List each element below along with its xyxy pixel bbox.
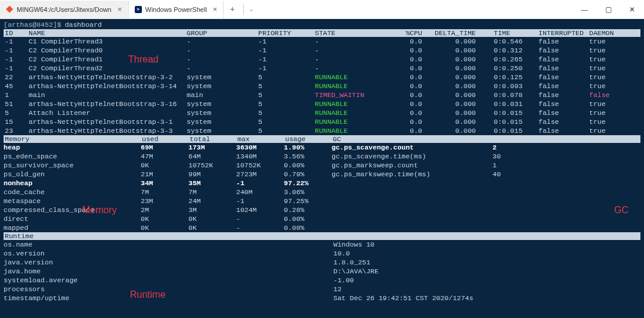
col-max: max bbox=[237, 135, 285, 143]
mem-total: 24M bbox=[188, 197, 236, 205]
mem-name: ps_old_gen bbox=[4, 170, 141, 179]
thread-daemon: true bbox=[583, 55, 619, 64]
gc-value: 2 bbox=[493, 143, 522, 152]
close-button[interactable]: ✕ bbox=[620, 1, 644, 18]
thread-group: - bbox=[187, 55, 258, 64]
memory-row: heap69M173M3630M1.90%gc.ps_scavenge.coun… bbox=[4, 143, 640, 152]
thread-id: 1 bbox=[5, 91, 29, 99]
mem-name: compressed_class_space bbox=[4, 205, 141, 214]
thread-delta: 0.000 bbox=[422, 37, 476, 46]
mem-usage: 0.79% bbox=[284, 170, 332, 179]
dropdown-icon[interactable]: ⌄ bbox=[246, 6, 256, 13]
thread-group: system bbox=[187, 73, 258, 82]
col-gc: GC bbox=[333, 135, 452, 143]
col-daemon: DAEMON bbox=[583, 29, 619, 37]
runtime-key: timestamp/uptime bbox=[4, 294, 333, 303]
thread-id: 23 bbox=[5, 126, 29, 135]
thread-state: RUNNABLE bbox=[315, 108, 369, 117]
gc-label bbox=[332, 223, 493, 232]
thread-interrupted: false bbox=[527, 126, 583, 135]
mem-used: 0K bbox=[141, 223, 188, 232]
divider bbox=[243, 4, 244, 15]
mem-used: 0K bbox=[141, 214, 188, 223]
thread-row: -1C1 CompilerThread3--1-0.00.0000:0.546f… bbox=[4, 37, 640, 46]
col-total: total bbox=[190, 135, 237, 143]
mem-usage: 97.22% bbox=[284, 179, 332, 188]
maximize-button[interactable]: ▢ bbox=[596, 1, 620, 18]
thread-time: 0:0.125 bbox=[476, 73, 527, 82]
thread-delta: 0.000 bbox=[422, 91, 476, 99]
mem-usage: 0.00% bbox=[284, 223, 332, 232]
thread-delta: 0.000 bbox=[422, 99, 476, 108]
thread-daemon: true bbox=[583, 64, 619, 73]
mem-max: 10752K bbox=[236, 161, 284, 170]
mem-name: mapped bbox=[4, 223, 141, 232]
thread-priority: 5 bbox=[258, 73, 315, 82]
tab-git[interactable]: MINGW64:/c/Users/Jitwxs/Down × bbox=[0, 1, 129, 18]
memory-row: mapped0K0K-0.00% bbox=[4, 223, 640, 232]
thread-group: system bbox=[187, 82, 258, 91]
thread-daemon: true bbox=[583, 126, 619, 135]
thread-cpu: 0.0 bbox=[369, 46, 422, 55]
gc-label: gc.ps_marksweep.time(ms) bbox=[332, 170, 493, 179]
runtime-key: java.home bbox=[4, 267, 333, 276]
mem-max: 1024M bbox=[236, 205, 284, 214]
thread-id: -1 bbox=[5, 37, 29, 46]
thread-row: 45arthas-NettyHttpTelnetBootstrap-3-14sy… bbox=[4, 82, 640, 91]
close-icon[interactable]: × bbox=[117, 5, 122, 14]
thread-cpu: 0.0 bbox=[369, 126, 422, 135]
gc-label: gc.ps_scavenge.time(ms) bbox=[332, 152, 493, 161]
new-tab-button[interactable]: + bbox=[224, 5, 240, 14]
gc-label bbox=[332, 214, 493, 223]
memory-row: ps_survivor_space0K10752K10752K0.00%gc.p… bbox=[4, 161, 640, 170]
thread-name: arthas-NettyHttpTelnetBootstrap-3-16 bbox=[29, 99, 187, 108]
col-group: GROUP bbox=[187, 29, 258, 37]
col-delta: DELTA_TIME bbox=[422, 29, 476, 37]
thread-state: RUNNABLE bbox=[315, 99, 369, 108]
thread-id: 45 bbox=[5, 82, 29, 91]
terminal[interactable]: [arthas@8452]$ dashboard ID NAME GROUP P… bbox=[0, 19, 644, 304]
col-usage: usage bbox=[285, 135, 333, 143]
gc-label bbox=[332, 205, 493, 214]
thread-delta: 0.000 bbox=[422, 108, 476, 117]
runtime-table: os.nameWindows 10os.version10.0java.vers… bbox=[4, 240, 640, 303]
thread-group: system bbox=[187, 108, 258, 117]
thread-id: 5 bbox=[5, 108, 29, 117]
thread-cpu: 0.0 bbox=[369, 73, 422, 82]
thread-state: RUNNABLE bbox=[315, 117, 369, 126]
minimize-button[interactable]: — bbox=[572, 1, 596, 18]
thread-priority: -1 bbox=[258, 37, 315, 46]
thread-interrupted: false bbox=[527, 64, 583, 73]
col-id: ID bbox=[5, 29, 29, 37]
gc-value: 1 bbox=[493, 161, 522, 170]
tab-label: MINGW64:/c/Users/Jitwxs/Down bbox=[17, 6, 112, 13]
thread-time: 0:0.250 bbox=[476, 64, 527, 73]
prompt-line: [arthas@8452]$ dashboard bbox=[4, 20, 640, 29]
thread-row: 22arthas-NettyHttpTelnetBootstrap-3-2sys… bbox=[4, 73, 640, 82]
runtime-value: Windows 10 bbox=[333, 240, 640, 249]
mem-total: 0K bbox=[188, 223, 236, 232]
thread-delta: 0.000 bbox=[422, 46, 476, 55]
thread-time: 0:0.015 bbox=[476, 117, 527, 126]
thread-row: 51arthas-NettyHttpTelnetBootstrap-3-16sy… bbox=[4, 99, 640, 108]
thread-daemon: true bbox=[583, 73, 619, 82]
thread-id: -1 bbox=[5, 64, 29, 73]
thread-name: C2 CompilerThread0 bbox=[29, 46, 187, 55]
runtime-key: os.version bbox=[4, 249, 333, 258]
thread-cpu: 0.0 bbox=[369, 108, 422, 117]
thread-cpu: 0.0 bbox=[369, 64, 422, 73]
thread-name: C2 CompilerThread2 bbox=[29, 64, 187, 73]
thread-name: C1 CompilerThread3 bbox=[29, 37, 187, 46]
thread-state: RUNNABLE bbox=[315, 82, 369, 91]
thread-cpu: 0.0 bbox=[369, 82, 422, 91]
gc-label: gc.ps_scavenge.count bbox=[332, 143, 493, 152]
mem-name: direct bbox=[4, 214, 141, 223]
mem-name: nonheap bbox=[4, 179, 141, 188]
mem-used: 23M bbox=[141, 197, 188, 205]
close-icon[interactable]: × bbox=[213, 5, 218, 14]
runtime-key: processors bbox=[4, 285, 333, 294]
tab-powershell[interactable]: > Windows PowerShell × bbox=[129, 1, 224, 18]
git-icon bbox=[6, 6, 13, 13]
runtime-row: java.homeD:\JAVA\JRE bbox=[4, 267, 640, 276]
thread-priority: 5 bbox=[258, 117, 315, 126]
